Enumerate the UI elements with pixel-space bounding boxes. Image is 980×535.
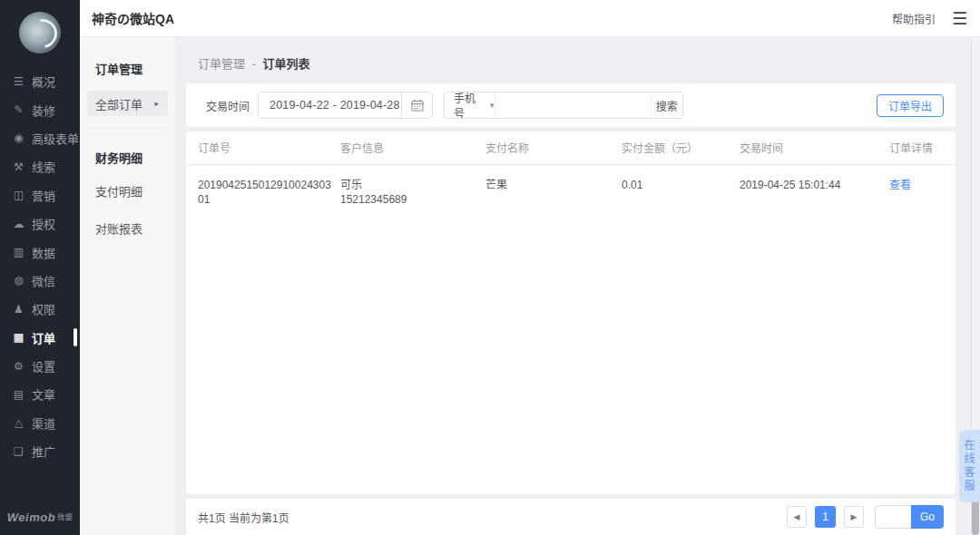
next-page-button[interactable]: ▶	[844, 506, 864, 528]
sidebar-item-label: 订单	[32, 329, 55, 346]
sidebar-item-label: 推广	[32, 443, 55, 460]
go-button[interactable]: Go	[911, 505, 944, 529]
authorize-icon: ☁	[12, 218, 25, 230]
sidebar-item-label: 高级表单	[32, 130, 79, 147]
chevron-right-icon: ▸	[154, 99, 159, 108]
sidebar-item-settings[interactable]: ⚙设置	[0, 352, 80, 380]
sidebar-item-label: 线索	[32, 158, 55, 175]
submenu-divider	[87, 127, 168, 128]
advanced-forms-icon: ◉	[12, 131, 25, 144]
cell-order-detail: 查看	[889, 164, 956, 218]
table-header-row: 订单号 客户信息 支付名称 实付金额（元） 交易时间 订单详情	[186, 131, 956, 164]
sidebar-item-articles[interactable]: ▤文章	[0, 380, 80, 408]
sidebar-item-overview[interactable]: ☰概况	[0, 67, 80, 95]
search-type-value: 手机号	[454, 92, 485, 119]
calendar-icon[interactable]	[401, 92, 432, 118]
sidebar-item-label: 设置	[32, 357, 55, 374]
trade-time-label: 交易时间	[206, 98, 250, 113]
filter-bar: 交易时间 2019-04-22 - 2019-04-28 手机号 ▾ 搜索 订单…	[186, 83, 956, 127]
wechat-icon: ◍	[12, 274, 25, 287]
sidebar-item-label: 渠道	[32, 414, 55, 432]
date-range-input[interactable]: 2019-04-22 - 2019-04-28	[258, 92, 433, 119]
sidebar-item-permissions[interactable]: ♟权限	[0, 295, 80, 323]
sidebar-item-leads[interactable]: ⚒线索	[0, 152, 80, 180]
search-button[interactable]: 搜索	[651, 92, 682, 118]
sidebar-item-channels[interactable]: △渠道	[0, 409, 80, 437]
col-amount: 实付金额（元）	[622, 131, 740, 164]
breadcrumb-parent: 订单管理	[198, 57, 245, 71]
sidebar-item-advanced-forms[interactable]: ◉高级表单	[0, 124, 80, 152]
shop-avatar[interactable]	[0, 0, 80, 67]
submenu-header-finance-detail: 财务明细	[80, 149, 175, 166]
pagination-controls: ◀ 1 ▶ Go	[787, 505, 944, 529]
decorate-icon: ✎	[12, 103, 25, 116]
col-pay-name: 支付名称	[485, 131, 622, 164]
submenu-item-label: 对账报表	[95, 219, 142, 237]
chevron-down-icon: ▾	[490, 101, 495, 110]
col-order-detail: 订单详情	[889, 131, 956, 164]
weimob-cn-mark: 微盟	[57, 513, 73, 521]
search-type-select[interactable]: 手机号 ▾	[445, 92, 495, 118]
sidebar-item-authorize[interactable]: ☁授权	[0, 209, 80, 238]
primary-sidebar: ☰概况 ✎装修 ◉高级表单 ⚒线索 ◫营销 ☁授权 ▥数据 ◍微信 ♟权限 ▦订…	[0, 0, 80, 535]
articles-icon: ▤	[12, 388, 25, 401]
col-customer-info: 客户信息	[340, 131, 485, 164]
sidebar-item-orders[interactable]: ▦订单	[0, 324, 80, 352]
prev-page-button[interactable]: ◀	[787, 506, 807, 528]
sidebar-item-label: 权限	[32, 300, 55, 317]
shop-title: 神奇の微站QA	[92, 9, 174, 27]
cell-customer-info: 可乐 15212345689	[340, 164, 485, 218]
date-range-value: 2019-04-22 - 2019-04-28	[259, 99, 401, 112]
sidebar-item-label: 营销	[32, 187, 55, 204]
primary-nav: ☰概况 ✎装修 ◉高级表单 ⚒线索 ◫营销 ☁授权 ▥数据 ◍微信 ♟权限 ▦订…	[0, 67, 80, 465]
cell-pay-name: 芒果	[485, 164, 622, 218]
help-guide-link[interactable]: 帮助指引	[892, 11, 936, 26]
orders-table: 订单号 客户信息 支付名称 实付金额（元） 交易时间 订单详情 20190425…	[186, 131, 956, 218]
top-header: 神奇の微站QA 帮助指引 ☰	[80, 0, 980, 37]
customer-phone: 15212345689	[340, 192, 478, 207]
leads-icon: ⚒	[12, 160, 25, 173]
order-export-button[interactable]: 订单导出	[877, 94, 944, 117]
sidebar-item-wechat[interactable]: ◍微信	[0, 267, 80, 295]
col-order-no: 订单号	[186, 131, 340, 164]
online-customer-service-tab[interactable]: 在线客服	[959, 430, 980, 502]
breadcrumb-separator: -	[252, 57, 256, 71]
orders-icon: ▦	[12, 331, 25, 344]
submenu-item-payment-detail[interactable]: 支付明细	[87, 178, 168, 203]
marketing-icon: ◫	[12, 189, 25, 201]
app-window: ☰概况 ✎装修 ◉高级表单 ⚒线索 ◫营销 ☁授权 ▥数据 ◍微信 ♟权限 ▦订…	[0, 0, 980, 535]
sidebar-item-marketing[interactable]: ◫营销	[0, 181, 80, 209]
settings-icon: ⚙	[12, 360, 25, 373]
breadcrumb-current: 订单列表	[263, 57, 310, 71]
submenu-header-order-management: 订单管理	[80, 60, 175, 77]
sidebar-item-data[interactable]: ▥数据	[0, 238, 80, 266]
col-trade-time: 交易时间	[740, 131, 889, 164]
current-page-button[interactable]: 1	[815, 506, 836, 528]
phone-search-group: 手机号 ▾ 搜索	[444, 92, 683, 119]
submenu-item-reconciliation-report[interactable]: 对账报表	[87, 215, 168, 240]
sidebar-item-promotion[interactable]: ❑推广	[0, 437, 80, 465]
sidebar-item-label: 概况	[32, 73, 55, 90]
view-order-link[interactable]: 查看	[889, 179, 911, 191]
submenu-item-label: 全部订单	[95, 95, 142, 112]
submenu-item-all-orders[interactable]: 全部订单 ▸	[87, 91, 168, 116]
sidebar-item-decorate[interactable]: ✎装修	[0, 95, 80, 123]
cell-trade-time: 2019-04-25 15:01:44	[740, 164, 889, 218]
sidebar-item-label: 装修	[32, 102, 55, 119]
sidebar-item-label: 数据	[32, 244, 55, 261]
submenu-item-label: 支付明细	[95, 182, 142, 199]
page-jump-input[interactable]	[875, 505, 911, 529]
sidebar-item-label: 授权	[32, 215, 55, 232]
weimob-brand-logo: Weimob微盟	[0, 511, 80, 524]
table-row: 201904251501291002430301 可乐 15212345689 …	[186, 164, 956, 218]
sidebar-item-label: 微信	[32, 272, 55, 289]
hamburger-menu-icon[interactable]: ☰	[952, 10, 967, 27]
sidebar-item-label: 文章	[32, 385, 55, 403]
pagination-summary: 共1页 当前为第1页	[198, 510, 289, 525]
shop-logo-image	[19, 12, 61, 54]
customer-name: 可乐	[340, 178, 478, 192]
phone-search-input[interactable]	[495, 92, 651, 118]
weimob-wordmark: Weimob	[7, 511, 55, 524]
breadcrumb: 订单管理 - 订单列表	[186, 37, 956, 83]
permissions-icon: ♟	[12, 303, 25, 316]
